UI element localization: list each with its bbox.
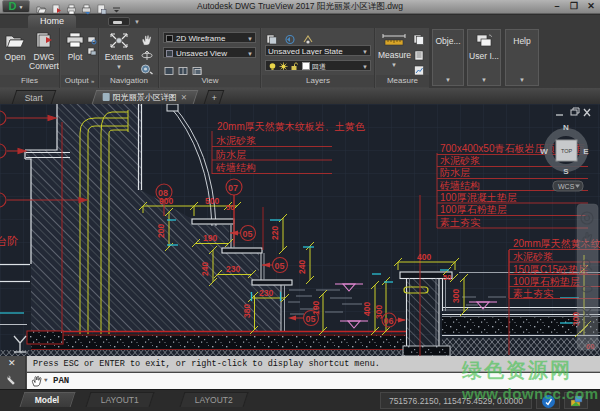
- wcs-label: WCS: [558, 183, 575, 190]
- command-close-icon[interactable]: ✕: [8, 358, 16, 368]
- workspace-switching-button[interactable]: [564, 392, 588, 409]
- svg-text:230: 230: [259, 288, 273, 298]
- command-options-chevron-icon[interactable]: ▼: [44, 373, 48, 389]
- chevron-down-icon: ▼: [362, 48, 368, 56]
- svg-text:220: 220: [270, 226, 280, 240]
- tab-model[interactable]: Model: [20, 392, 75, 407]
- svg-text:素土夯实: 素土夯实: [513, 288, 554, 299]
- navigation-bar[interactable]: [577, 204, 598, 350]
- chevron-down-icon: ▼: [247, 50, 253, 58]
- svg-text:20mm厚天然黄木纹板岩、土黄色: 20mm厚天然黄木纹板岩、土黄色: [217, 121, 366, 132]
- user-interface-icon: [468, 33, 500, 51]
- visual-style-dropdown[interactable]: 2D Wireframe▼: [163, 32, 256, 43]
- tab-layout2[interactable]: LAYOUT2: [180, 392, 249, 407]
- panel-help-label: Help: [506, 36, 538, 46]
- panel-label-measure[interactable]: Measure: [376, 75, 429, 87]
- drawing-canvas[interactable]: 900 500 50 200 190 240 230 220 240 230 3…: [0, 104, 600, 356]
- svg-text:900: 900: [159, 196, 173, 206]
- title-bar: D ▼ Autodesk DWG TrueView 2017 阳光丽: [0, 0, 600, 14]
- zoom-extents-icon: [102, 32, 136, 51]
- open-folder-icon: [2, 32, 28, 51]
- panel-label-layers[interactable]: Layers: [262, 75, 374, 87]
- wrench-icon[interactable]: [5, 373, 19, 386]
- svg-text:380: 380: [242, 304, 252, 318]
- chevron-down-icon: ▼: [519, 77, 525, 83]
- panel-files: Open DWG Convert Files: [0, 28, 59, 88]
- viewcube-north[interactable]: N: [563, 123, 569, 132]
- svg-text:100厚混凝土垫层: 100厚混凝土垫层: [440, 192, 517, 203]
- tab-document-active[interactable]: 阳光丽景小区详图✕: [92, 90, 199, 104]
- new-tab-button[interactable]: +: [204, 90, 225, 104]
- svg-text:50: 50: [226, 203, 234, 212]
- named-view-dropdown[interactable]: Unsaved View▼: [163, 47, 256, 58]
- viewcube-west[interactable]: W: [540, 147, 548, 156]
- panel-label-output[interactable]: Output »: [61, 75, 98, 87]
- measure-ruler-icon: [378, 32, 410, 49]
- svg-text:300: 300: [374, 305, 384, 319]
- svg-text:100厚石粉垫层: 100厚石粉垫层: [440, 204, 507, 215]
- svg-text:50: 50: [443, 273, 451, 282]
- dwg-convert-page-icon: [29, 32, 59, 51]
- annotation-monitor-button[interactable]: [536, 392, 560, 409]
- wcs-dropdown[interactable]: WCS: [553, 181, 583, 191]
- command-input[interactable]: ▼ PAN: [27, 373, 600, 389]
- dwg-convert-button[interactable]: DWG Convert: [29, 32, 59, 71]
- svg-text:400: 400: [362, 302, 372, 316]
- svg-text:05: 05: [275, 261, 285, 271]
- svg-text:水泥砂浆: 水泥砂浆: [216, 135, 256, 146]
- chevron-down-icon: ▼: [481, 77, 487, 83]
- svg-text:水泥砂浆: 水泥砂浆: [513, 251, 553, 262]
- tab-start[interactable]: Start: [12, 90, 57, 104]
- svg-text:防水层: 防水层: [440, 167, 470, 178]
- ribbon: Open DWG Convert Files Plot: [0, 28, 600, 88]
- svg-text:200: 200: [156, 224, 166, 238]
- open-button[interactable]: Open: [2, 32, 28, 62]
- svg-text:240: 240: [200, 262, 210, 276]
- measure-dropdown-icon: ▼: [378, 61, 410, 70]
- svg-text:砖墙结构: 砖墙结构: [215, 162, 256, 173]
- command-line-area: ✕ Press ESC or ENTER to exit, or right-c…: [0, 356, 600, 389]
- tab-home[interactable]: Home: [28, 15, 76, 28]
- panel-layers: Unsaved Layer State▼ 回道 ▼ Layers: [262, 28, 374, 88]
- layer-dropdown[interactable]: 回道 ▼: [265, 60, 371, 71]
- panel-objects-label: Obje...: [433, 36, 463, 46]
- window-title: Autodesk DWG TrueView 2017 阳光丽景小区详图.dwg: [0, 1, 600, 13]
- panel-objects[interactable]: Obje... ▼: [432, 29, 464, 86]
- tab-layout1[interactable]: LAYOUT1: [86, 392, 155, 407]
- batch-plot-small-icon[interactable]: [87, 42, 97, 60]
- extents-dropdown-icon: ▼: [102, 63, 136, 72]
- viewcube-east[interactable]: E: [583, 147, 589, 156]
- svg-text:水泥砂浆: 水泥砂浆: [440, 155, 480, 166]
- panel-user-interface-label: User I...: [468, 51, 500, 61]
- coordinates-display: 751576.2150, 115475.4529, 0.0000: [380, 392, 532, 409]
- panel-user-interface[interactable]: User I... ▼: [467, 29, 501, 86]
- close-button[interactable]: ✕: [586, 1, 596, 12]
- layer-thaw-sun-icon: [279, 62, 288, 71]
- panel-output: Plot Output »: [61, 28, 98, 88]
- pan-hand-icon: [30, 375, 43, 387]
- tab-close-icon[interactable]: ✕: [181, 93, 187, 102]
- viewcube-south[interactable]: S: [563, 167, 569, 176]
- panel-label-view[interactable]: View: [160, 75, 260, 87]
- measure-button[interactable]: Measure ▼: [378, 32, 410, 70]
- chevron-down-icon: ▼: [247, 35, 253, 43]
- ribbon-display-toggle[interactable]: [108, 17, 130, 26]
- layer-color-swatch: [302, 62, 310, 70]
- svg-text:190: 190: [203, 233, 217, 243]
- panel-help[interactable]: Help ▼: [505, 29, 539, 86]
- zoom-extents-button[interactable]: Extents ▼: [102, 32, 136, 72]
- maximize-button[interactable]: ❐: [569, 1, 579, 12]
- app-window: D ▼ Autodesk DWG TrueView 2017 阳光丽: [0, 0, 600, 411]
- panel-label-files[interactable]: Files: [0, 75, 59, 87]
- cad-drawing: 900 500 50 200 190 240 230 220 240 230 3…: [0, 104, 600, 356]
- status-bar: Model LAYOUT1 LAYOUT2 751576.2150, 11547…: [0, 389, 600, 411]
- layer-state-dropdown[interactable]: Unsaved Layer State▼: [265, 45, 371, 56]
- panel-label-navigation[interactable]: Navigation: [100, 75, 158, 87]
- named-view-icon: [166, 50, 173, 57]
- ribbon-toggle-chevron-icon[interactable]: ▼: [134, 19, 140, 25]
- svg-text:06: 06: [384, 316, 394, 326]
- minimize-button[interactable]: –: [552, 1, 562, 12]
- panel-navigation: Extents ▼ Navigation: [100, 28, 158, 88]
- svg-text:240: 240: [297, 260, 307, 274]
- plot-button[interactable]: Plot: [63, 32, 87, 62]
